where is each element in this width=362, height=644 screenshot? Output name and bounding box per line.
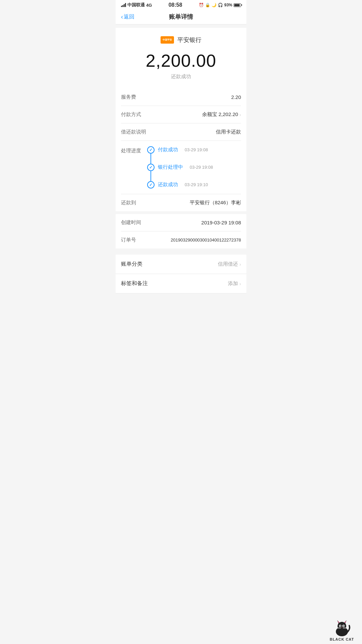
payment-method-row[interactable]: 付款方式 余额宝 2,202.20 ›	[121, 106, 241, 123]
tags-notes-value: 添加 ›	[228, 280, 241, 287]
order-no-label: 订单号	[121, 237, 136, 243]
signal-icon	[121, 3, 126, 7]
step-circle-3: ✓	[147, 181, 155, 189]
step-time-3: 03-29 19:10	[185, 182, 208, 187]
step-circle-1: ✓	[147, 146, 155, 154]
chevron-right-notes-icon: ›	[239, 281, 241, 286]
back-button[interactable]: ‹ 返回	[121, 13, 134, 20]
step-text-2: 银行处理中	[158, 164, 183, 170]
status-bar: 中国联通 4G 08:58 ⏰ 🔒 🌙 🎧 93%	[116, 0, 246, 9]
step-item-1: ✓ 付款成功 03-29 19:08	[147, 146, 208, 164]
bottom-section: 账单分类 信用借还 › 标签和备注 添加 ›	[116, 255, 246, 293]
order-no-row: 订单号 20190329000030010400122272378	[121, 231, 241, 249]
bill-category-value: 信用借还 ›	[218, 261, 241, 267]
step-content-2: 银行处理中 03-29 19:08	[158, 164, 213, 170]
repay-to-row: 还款到 平安银行（8246）李彬	[121, 194, 241, 211]
step-connector-3: ✓	[147, 181, 155, 189]
bank-name: 平安银行	[177, 36, 201, 44]
network-label: 4G	[146, 3, 152, 8]
service-fee-value: 2.20	[231, 94, 241, 100]
tags-notes-row[interactable]: 标签和备注 添加 ›	[116, 274, 246, 293]
repay-to-value: 平安银行（8246）李彬	[190, 200, 241, 206]
check-icon-1: ✓	[149, 148, 153, 152]
tags-notes-label: 标签和备注	[121, 280, 148, 287]
loan-desc-row: 借还款说明 信用卡还款	[121, 123, 241, 141]
progress-row: 处理进度 ✓ 付款成功 03-29 19:08	[121, 141, 241, 194]
step-text-3: 还款成功	[158, 181, 178, 188]
bank-logo-text: 中国平安	[162, 38, 172, 42]
create-time-row: 创建时间 2019-03-29 19:08	[121, 214, 241, 231]
repay-to-label: 还款到	[121, 200, 136, 206]
step-content-3: 还款成功 03-29 19:10	[158, 181, 208, 188]
bill-category-row[interactable]: 账单分类 信用借还 ›	[116, 255, 246, 274]
back-label: 返回	[124, 13, 134, 20]
progress-steps: ✓ 付款成功 03-29 19:08 ✓	[147, 146, 241, 189]
step-item-2: ✓ 银行处理中 03-29 19:08	[147, 164, 213, 181]
page-title: 账单详情	[169, 13, 193, 21]
create-time-value: 2019-03-29 19:08	[201, 220, 241, 225]
step-content-1: 付款成功 03-29 19:08	[158, 146, 208, 153]
transaction-amount: 2,200.00	[116, 51, 246, 71]
carrier-label: 中国联通	[127, 2, 145, 8]
section-divider-1	[116, 211, 246, 214]
status-right: ⏰ 🔒 🌙 🎧 93%	[199, 3, 241, 7]
info-section-2: 创建时间 2019-03-29 19:08 订单号 20190329000030…	[116, 214, 246, 249]
step-line-2	[150, 171, 151, 181]
payment-method-label: 付款方式	[121, 111, 141, 118]
step-item-3: ✓ 还款成功 03-29 19:10	[147, 181, 208, 189]
bank-header: 中国平安 平安银行	[116, 28, 246, 47]
step-text-1: 付款成功	[158, 147, 178, 153]
moon-icon: 🌙	[212, 3, 217, 7]
main-content: 中国平安 平安银行 2,200.00 还款成功 服务费 2.20 付款方式 余额…	[116, 28, 246, 211]
chevron-right-icon: ›	[239, 112, 241, 117]
bank-logo: 中国平安	[161, 36, 174, 44]
step-connector-2: ✓	[147, 164, 155, 181]
check-icon-3: ✓	[149, 182, 153, 187]
step-line-1	[150, 154, 151, 164]
chevron-left-icon: ‹	[121, 14, 123, 20]
headphone-icon: 🎧	[218, 3, 223, 7]
location-icon: 🔒	[205, 3, 210, 7]
loan-desc-label: 借还款说明	[121, 129, 146, 135]
status-left: 中国联通 4G	[121, 2, 152, 8]
battery-icon	[234, 3, 241, 7]
check-icon-2: ✓	[149, 165, 153, 170]
amount-section: 2,200.00 还款成功	[116, 47, 246, 89]
step-circle-2: ✓	[147, 164, 155, 171]
order-no-value: 20190329000030010400122272378	[171, 237, 241, 243]
chevron-right-category-icon: ›	[239, 262, 241, 267]
battery-fill	[234, 4, 240, 6]
info-section: 服务费 2.20 付款方式 余额宝 2,202.20 › 借还款说明 信用卡还款…	[116, 89, 246, 211]
create-time-label: 创建时间	[121, 219, 141, 226]
step-connector-1: ✓	[147, 146, 155, 164]
service-fee-label: 服务费	[121, 94, 136, 100]
step-time-2: 03-29 19:08	[190, 165, 213, 170]
battery-percent: 93%	[224, 3, 232, 7]
bill-category-label: 账单分类	[121, 261, 142, 268]
payment-method-value: 余额宝 2,202.20 ›	[202, 111, 241, 118]
transaction-status: 还款成功	[116, 73, 246, 87]
progress-label: 处理进度	[121, 146, 141, 154]
step-time-1: 03-29 19:08	[185, 147, 208, 152]
alarm-icon: ⏰	[199, 3, 204, 7]
loan-desc-value: 信用卡还款	[216, 129, 241, 135]
status-time: 08:58	[169, 2, 182, 8]
section-divider-2	[116, 249, 246, 251]
service-fee-row: 服务费 2.20	[121, 89, 241, 106]
nav-bar: ‹ 返回 账单详情	[116, 9, 246, 24]
